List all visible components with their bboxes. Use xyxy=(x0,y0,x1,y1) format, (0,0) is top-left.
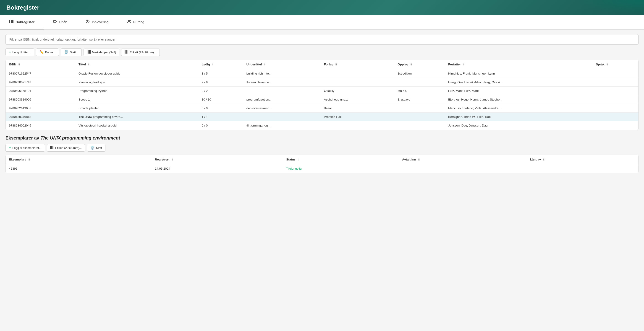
svg-rect-30 xyxy=(52,146,53,149)
edit-label: Endre... xyxy=(45,51,56,54)
books-table-header: ISBN ⇅ Tittel ⇅ Ledig ⇅ Undertittel ⇅ xyxy=(6,60,638,69)
col-forfatter[interactable]: Forfatter ⇅ xyxy=(445,60,593,69)
tab-utlan[interactable]: Utlån xyxy=(44,15,76,29)
svg-rect-26 xyxy=(50,146,51,149)
col-eksemplar[interactable]: Eksemplar# ⇅ xyxy=(6,155,152,164)
svg-rect-19 xyxy=(124,50,125,53)
svg-rect-28 xyxy=(51,146,52,149)
tab-bokregister[interactable]: Bokregister xyxy=(0,15,44,29)
cell-forlag xyxy=(321,78,394,87)
delete-copy-button[interactable]: 🗑️ Slett xyxy=(87,144,106,152)
sort-icon-avtalt-inn: ⇅ xyxy=(418,158,420,161)
sort-icon-ledig: ⇅ xyxy=(212,63,214,66)
add-title-label: Legg til tittel... xyxy=(12,51,30,54)
svg-rect-17 xyxy=(90,50,90,53)
cell-ledig: 2 / 2 xyxy=(198,87,243,95)
table-row[interactable]: 9780596158101 Programming Python 2 / 2 O… xyxy=(6,87,638,95)
label-copy-label: Etikett (29x90mm)... xyxy=(55,146,82,150)
col-tittel[interactable]: Tittel ⇅ xyxy=(75,60,198,69)
sort-icon-tittel: ⇅ xyxy=(88,63,90,66)
label-copy-button[interactable]: Etikett (29x90mm)... xyxy=(47,144,85,152)
copies-section: Eksemplarer av The UNIX programming envi… xyxy=(6,135,638,173)
plus-icon: + xyxy=(9,50,11,54)
svg-rect-4 xyxy=(54,21,56,22)
sort-icon-undertittel: ⇅ xyxy=(264,63,266,66)
svg-rect-5 xyxy=(56,21,57,22)
sort-icon-opplag: ⇅ xyxy=(410,63,412,66)
label-large-button[interactable]: Etikett (29x90mm)... xyxy=(121,48,160,56)
table-row[interactable]: 9780071622547 Oracle Fusion developer gu… xyxy=(6,69,638,78)
svg-rect-16 xyxy=(89,50,90,53)
cell-sprak xyxy=(593,121,638,130)
books-icon xyxy=(9,19,14,25)
col-status[interactable]: Status ⇅ xyxy=(283,155,399,164)
cell-ledig: 0 / 0 xyxy=(198,121,243,130)
cell-tittel: Smarte planter xyxy=(75,104,198,113)
cell-undertittel xyxy=(243,87,321,95)
delete-button[interactable]: 🗑️ Slett... xyxy=(61,48,82,56)
svg-rect-0 xyxy=(9,20,10,23)
trash-icon: 🗑️ xyxy=(64,50,68,54)
svg-rect-8 xyxy=(87,20,88,21)
cell-isbn: 9788202619657 xyxy=(6,104,75,113)
toolbar: + Legg til tittel... ✏️ Endre... 🗑️ Slet… xyxy=(6,48,638,56)
col-opplag[interactable]: Opplag ⇅ xyxy=(394,60,445,69)
barcode-small-icon xyxy=(87,50,90,54)
table-row[interactable]: 9788202619657 Smarte planter 0 / 0 den o… xyxy=(6,104,638,113)
cell-opplag xyxy=(394,121,445,130)
cell-undertittel: building rich Inte... xyxy=(243,69,321,78)
svg-point-7 xyxy=(87,21,88,22)
svg-rect-31 xyxy=(53,146,54,149)
cell-sprak xyxy=(593,113,638,121)
col-forlag[interactable]: Forlag ⇅ xyxy=(321,60,394,69)
col-undertittel[interactable]: Undertittel ⇅ xyxy=(243,60,321,69)
tab-innlevering[interactable]: Innlevering xyxy=(76,15,118,29)
add-copy-button[interactable]: + Legg til eksemplarer... xyxy=(6,144,45,152)
books-table: ISBN ⇅ Tittel ⇅ Ledig ⇅ Undertittel ⇅ xyxy=(6,60,638,130)
labels-button[interactable]: Merkelapper (3x8) xyxy=(84,48,120,56)
table-row[interactable]: 9788234002045 Vitskapsteori i sosialt ar… xyxy=(6,121,638,130)
labels-label: Merkelapper (3x8) xyxy=(92,51,116,54)
table-row[interactable]: 9780139376818 The UNIX programming envir… xyxy=(6,113,638,121)
cell-forlag xyxy=(321,121,394,130)
tab-bokregister-label: Bokregister xyxy=(16,20,34,24)
cell-opplag: 1st edition xyxy=(394,69,445,78)
svg-rect-15 xyxy=(89,50,89,53)
cell-opplag xyxy=(394,104,445,113)
col-sprak[interactable]: Språk ⇅ xyxy=(593,60,638,69)
table-row[interactable]: 9788230021743 Planter og tradisjon 9 / 9… xyxy=(6,78,638,87)
col-isbn[interactable]: ISBN ⇅ xyxy=(6,60,75,69)
tab-innlevering-label: Innlevering xyxy=(92,20,108,24)
search-input[interactable] xyxy=(6,34,638,45)
cell-tittel: Oracle Fusion developer guide xyxy=(75,69,198,78)
col-registrert[interactable]: Registrert ⇅ xyxy=(152,155,283,164)
col-avtalt-inn[interactable]: Avtalt inn ⇅ xyxy=(399,155,527,164)
col-lant-av[interactable]: Lånt av ⇅ xyxy=(527,155,638,164)
sort-icon-forfatter: ⇅ xyxy=(462,63,465,66)
svg-rect-12 xyxy=(87,50,88,53)
sort-icon-isbn: ⇅ xyxy=(18,63,20,66)
cell-forfatter: Høeg, Ove Fredrik Arbo; Høeg, Ove A... xyxy=(445,78,593,87)
col-ledig[interactable]: Ledig ⇅ xyxy=(198,60,243,69)
cell-undertittel: tilnærmingar og ... xyxy=(243,121,321,130)
list-item[interactable]: 46395 14.05.2024 Tilgjengelig - xyxy=(6,164,638,173)
table-row[interactable]: 9788203319006 Scope 1 10 / 10 programfag… xyxy=(6,95,638,104)
cell-forlag: Prentice-Hall xyxy=(321,113,394,121)
cell-sprak xyxy=(593,95,638,104)
edit-button[interactable]: ✏️ Endre... xyxy=(36,48,59,56)
cell-sprak xyxy=(593,78,638,87)
cell-ledig: 9 / 9 xyxy=(198,78,243,87)
sort-icon-sprak: ⇅ xyxy=(606,63,608,66)
cell-ledig: 1 / 1 xyxy=(198,113,243,121)
cell-forfatter: Kernighan, Brian W.; Pike, Rob xyxy=(445,113,593,121)
sort-icon-eksemplar: ⇅ xyxy=(28,158,30,161)
cell-ledig: 3 / 5 xyxy=(198,69,243,78)
tab-purring[interactable]: ! Purring xyxy=(118,15,153,29)
svg-rect-14 xyxy=(88,50,88,53)
svg-rect-29 xyxy=(52,146,52,149)
svg-rect-25 xyxy=(128,50,128,53)
cell-isbn: 9788203319006 xyxy=(6,95,75,104)
add-title-button[interactable]: + Legg til tittel... xyxy=(6,48,34,56)
sort-icon-registrert: ⇅ xyxy=(171,158,173,161)
cell-forfatter: Nimphius, Frank; Munsinger, Lynn xyxy=(445,69,593,78)
